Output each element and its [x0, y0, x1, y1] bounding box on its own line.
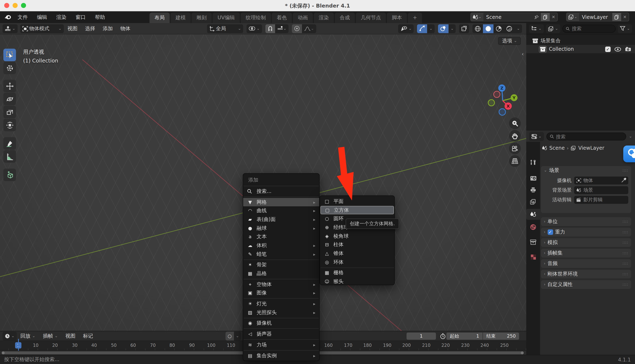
- properties-editor-dropdown[interactable]: ⌄: [529, 132, 544, 141]
- tab-uv-editing[interactable]: UV编辑: [213, 12, 240, 23]
- add-search-item[interactable]: 搜索...: [243, 187, 319, 196]
- shading-dropdown[interactable]: ⌄: [515, 24, 522, 33]
- tool-scale[interactable]: [3, 106, 16, 118]
- gizmo-dropdown[interactable]: ⌄: [427, 24, 435, 33]
- add-text-item[interactable]: a文本: [243, 232, 319, 241]
- tab-shading[interactable]: 着色: [272, 12, 292, 23]
- navigation-gizmo[interactable]: Z Y X: [485, 80, 524, 118]
- proportional-falloff-dropdown[interactable]: ⌄: [302, 24, 316, 33]
- eyedropper-icon[interactable]: [621, 178, 626, 183]
- tool-transform[interactable]: [3, 119, 16, 131]
- gravity-checkbox[interactable]: ✓: [547, 230, 553, 235]
- grid-view-button[interactable]: [509, 155, 521, 167]
- tab-scripting[interactable]: 脚本: [387, 12, 407, 23]
- show-object-types-dropdown[interactable]: ⌄: [398, 24, 414, 33]
- properties-search[interactable]: [546, 132, 626, 140]
- outliner-search[interactable]: [562, 24, 616, 32]
- proportional-edit-toggle[interactable]: [292, 24, 302, 33]
- add-force-field-item[interactable]: ≋力场▸: [243, 340, 319, 349]
- active-clip-field[interactable]: 影片剪辑: [574, 196, 628, 204]
- breadcrumb-scene[interactable]: Scene: [549, 145, 565, 151]
- scene-panel-header[interactable]: ⌄ 场景 ∷∷: [541, 166, 631, 175]
- show-gizmo-toggle[interactable]: [417, 24, 427, 33]
- disable-render-camera-icon[interactable]: [625, 46, 631, 52]
- tab-compositing[interactable]: 合成: [335, 12, 355, 23]
- gizmo-minus-y[interactable]: [488, 100, 495, 106]
- tool-measure[interactable]: [3, 150, 16, 163]
- hide-eye-icon[interactable]: [614, 47, 621, 51]
- add-lattice-item[interactable]: ▦晶格: [243, 269, 319, 278]
- properties-options-icon[interactable]: ⌄: [629, 134, 632, 138]
- tab-modeling[interactable]: 建模: [170, 12, 191, 23]
- menu-object[interactable]: 物体: [117, 25, 134, 32]
- add-camera-item[interactable]: ◉摄像机: [243, 319, 319, 328]
- mesh-cube-item[interactable]: ▢立方体: [320, 206, 394, 214]
- remove-viewlayer-button[interactable]: ✕: [621, 13, 629, 21]
- menu-file[interactable]: 文件: [13, 11, 32, 23]
- mode-dropdown[interactable]: 物体模式 ⌄: [20, 24, 64, 33]
- add-curve-item[interactable]: ◠曲线▸: [243, 206, 319, 215]
- collection-checkbox[interactable]: ✓: [605, 46, 611, 52]
- add-metaball-item[interactable]: ●融球▸: [243, 224, 319, 232]
- outliner-editor-dropdown[interactable]: ⌄: [529, 24, 544, 33]
- xray-toggle[interactable]: [459, 24, 469, 33]
- tab-render[interactable]: [526, 173, 540, 184]
- mesh-cone-item[interactable]: △锥体: [320, 249, 394, 258]
- overlay-app-icon[interactable]: [623, 146, 635, 162]
- snap-toggle[interactable]: [265, 24, 275, 33]
- menu-playback[interactable]: 回放⌄: [17, 332, 39, 340]
- menu-window[interactable]: 窗口: [71, 11, 90, 23]
- menu-select[interactable]: 选择: [81, 25, 99, 32]
- tab-scene[interactable]: [526, 209, 540, 220]
- add-grease-pencil-item[interactable]: ✎蜡笔▸: [243, 250, 319, 258]
- add-workspace-button[interactable]: +: [408, 12, 422, 23]
- overlays-dropdown[interactable]: ⌄: [449, 24, 456, 33]
- add-volume-item[interactable]: ☁体积▸: [243, 241, 319, 250]
- mesh-cylinder-item[interactable]: ⊟柱体: [320, 240, 394, 249]
- current-frame-field[interactable]: 1: [406, 332, 436, 340]
- snap-to-dropdown[interactable]: ⌄: [275, 24, 289, 33]
- add-light-item[interactable]: ☀灯光▸: [243, 300, 319, 308]
- panel-audio[interactable]: ›音频∷∷: [541, 259, 631, 268]
- transform-orientation-dropdown[interactable]: 全局 ⌄: [207, 24, 243, 33]
- frame-end-field[interactable]: 结束250: [483, 332, 519, 340]
- mesh-ico-sphere-item[interactable]: ◈棱角球: [320, 232, 394, 240]
- tab-sculpting[interactable]: 雕刻: [191, 12, 212, 23]
- show-overlays-toggle[interactable]: [438, 24, 449, 33]
- collection-row[interactable]: Collection ✓: [526, 45, 635, 53]
- tab-tool[interactable]: [526, 157, 540, 168]
- menu-add[interactable]: 添加: [99, 25, 117, 32]
- properties-search-input[interactable]: [556, 134, 623, 140]
- add-armature-item[interactable]: ✶骨架: [243, 261, 319, 269]
- blender-logo-icon[interactable]: [4, 14, 11, 20]
- timeline-editor-dropdown[interactable]: ⌄: [3, 332, 17, 340]
- menu-timeline-view[interactable]: 视图: [62, 332, 79, 340]
- shading-solid-button[interactable]: [483, 24, 494, 33]
- scene-collection-row[interactable]: 场景集合: [526, 36, 635, 45]
- outliner-filter-dropdown[interactable]: ⌄: [618, 24, 632, 33]
- viewlayer-browse-button[interactable]: ⌄: [567, 13, 579, 21]
- tool-annotate[interactable]: [3, 137, 16, 150]
- tool-rotate[interactable]: [3, 93, 16, 105]
- outliner-search-input[interactable]: [572, 26, 612, 32]
- scene-name[interactable]: Scene: [483, 14, 532, 20]
- add-collection-instance-item[interactable]: ▤集合实例▸: [243, 351, 319, 360]
- outliner-display-mode-dropdown[interactable]: ⌄: [546, 24, 560, 33]
- add-light-probe-item[interactable]: ▨光照探头▸: [243, 308, 319, 317]
- tab-world[interactable]: [526, 222, 540, 232]
- camera-view-button[interactable]: [509, 142, 521, 154]
- panel-gravity[interactable]: › ✓ 重力∷∷: [541, 228, 631, 236]
- autokey-dropdown[interactable]: ⌄: [234, 332, 241, 340]
- menu-edit[interactable]: 编辑: [32, 11, 52, 23]
- shading-material-button[interactable]: [494, 24, 504, 33]
- camera-field[interactable]: 物体: [574, 176, 628, 184]
- new-viewlayer-button[interactable]: [612, 13, 621, 21]
- menu-view[interactable]: 视图: [64, 25, 81, 32]
- add-speaker-item[interactable]: ◁扬声器: [243, 330, 319, 338]
- tool-select-box[interactable]: [3, 49, 16, 61]
- tab-rendering[interactable]: 渲染: [314, 12, 334, 23]
- viewlayer-name[interactable]: ViewLayer: [579, 14, 612, 20]
- mesh-torus-item[interactable]: ◎环体: [320, 258, 394, 266]
- tab-texture-paint[interactable]: 纹理绘制: [241, 12, 271, 23]
- unlink-scene-button[interactable]: ✕: [550, 13, 557, 21]
